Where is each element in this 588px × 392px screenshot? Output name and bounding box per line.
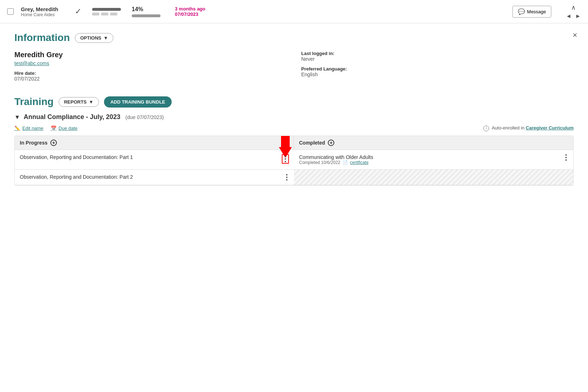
top-bar: Grey, Meredith Home Care Aides ✓ 14% 3 m… bbox=[0, 0, 588, 23]
edit-name-link[interactable]: ✏️ Edit name bbox=[14, 126, 44, 131]
auto-enrolled-text: Auto-enrolled in bbox=[492, 125, 524, 131]
kebab-wrapper-highlighted bbox=[282, 154, 289, 164]
options-button[interactable]: OPTIONS ▼ bbox=[75, 33, 113, 43]
user-full-name: Meredith Grey bbox=[14, 51, 287, 59]
info-section-title: Information bbox=[14, 32, 70, 44]
dash-2 bbox=[101, 13, 108, 15]
nav-arrows: ∧ ◄ ► bbox=[566, 4, 581, 19]
dot-c1 bbox=[565, 154, 567, 156]
options-label: OPTIONS bbox=[80, 35, 101, 41]
time-ago: 3 months ago bbox=[175, 6, 205, 12]
dash-1 bbox=[92, 13, 99, 15]
caregiver-curriculum-link[interactable]: Caregiver Curriculum bbox=[526, 125, 574, 131]
training-section-title: Training bbox=[14, 96, 54, 108]
training-section-header: Training REPORTS ▼ ADD TRAINING BUNDLE bbox=[14, 96, 574, 108]
dot-c3 bbox=[565, 159, 567, 161]
bundle-actions: ✏️ Edit name 📅 Due date i Auto-enrolled … bbox=[14, 125, 574, 131]
user-name: Grey, Meredith bbox=[21, 6, 64, 12]
last-logged-in-label: Last logged in: bbox=[301, 51, 574, 56]
bundle-name: Annual Compliance - July, 2023 bbox=[24, 113, 121, 121]
completed-cell-2-empty bbox=[294, 170, 573, 185]
main-content: × Information OPTIONS ▼ Meredith Grey te… bbox=[0, 23, 588, 194]
in-progress-item-1-title: Observation, Reporting and Documentation… bbox=[20, 154, 133, 160]
in-progress-column-header: In Progress + bbox=[15, 136, 294, 150]
nav-up-arrow[interactable]: ∧ bbox=[571, 4, 576, 12]
in-progress-add-button[interactable]: + bbox=[50, 140, 57, 146]
auto-enrolled-note: i Auto-enrolled in Caregiver Curriculum bbox=[483, 125, 574, 131]
last-logged-in-group: Last logged in: Never bbox=[301, 51, 574, 62]
due-date-link[interactable]: 📅 Due date bbox=[51, 126, 78, 131]
time-date: 07/07/2023 bbox=[175, 12, 205, 17]
message-button[interactable]: 💬 Message bbox=[512, 6, 552, 18]
info-circle-icon: i bbox=[483, 126, 489, 131]
completed-cell-1: Communicating with Older Adults Complete… bbox=[294, 150, 573, 170]
in-progress-cell-1: Observation, Reporting and Documentation… bbox=[15, 150, 294, 170]
bundle-header: ▼ Annual Compliance - July, 2023 (due 07… bbox=[14, 113, 574, 121]
edit-name-label: Edit name bbox=[22, 126, 44, 131]
completed-add-button[interactable]: + bbox=[328, 140, 334, 146]
in-progress-label: In Progress bbox=[20, 140, 48, 146]
completed-item-1-sub: Completed 10/6/2022 📄 certificate bbox=[299, 160, 373, 165]
completed-date-1: Completed 10/6/2022 bbox=[299, 160, 340, 165]
progress-percent-group: 14% bbox=[132, 6, 160, 17]
dot-c2 bbox=[565, 157, 567, 158]
hire-date-value: 07/07/2022 bbox=[14, 76, 287, 82]
due-date-label: Due date bbox=[59, 126, 78, 131]
preferred-language-label: Preferred Language: bbox=[301, 66, 574, 72]
dot-1 bbox=[285, 156, 286, 157]
reports-chevron-icon: ▼ bbox=[89, 99, 94, 105]
progress-bar-partial bbox=[132, 14, 160, 17]
completed-column-header: Completed + bbox=[294, 136, 573, 150]
check-mark: ✓ bbox=[75, 7, 81, 16]
preferred-language-value: English bbox=[301, 72, 574, 77]
nav-forward-arrow[interactable]: ► bbox=[575, 13, 581, 19]
in-progress-cell-2: Observation, Reporting and Documentation… bbox=[15, 170, 294, 185]
time-group: 3 months ago 07/07/2023 bbox=[175, 6, 205, 17]
certificate-doc-icon: 📄 bbox=[343, 160, 348, 165]
training-table: In Progress + Completed + Observation, R… bbox=[14, 136, 574, 186]
info-left: Meredith Grey test@abc.coms Hire date: 0… bbox=[14, 51, 287, 82]
reports-label: REPORTS bbox=[64, 99, 87, 105]
add-bundle-button[interactable]: ADD TRAINING BUNDLE bbox=[104, 96, 172, 108]
options-chevron-icon: ▼ bbox=[104, 35, 108, 41]
nav-lr: ◄ ► bbox=[566, 13, 581, 19]
kebab-menu-button-2[interactable] bbox=[285, 174, 289, 181]
message-label: Message bbox=[527, 9, 546, 14]
progress-percent: 14% bbox=[132, 6, 160, 13]
last-logged-in-value: Never bbox=[301, 56, 574, 62]
completed-label: Completed bbox=[299, 140, 325, 146]
add-bundle-label: ADD TRAINING BUNDLE bbox=[110, 99, 165, 105]
kebab-menu-button-completed-1[interactable] bbox=[564, 154, 568, 161]
dot-21 bbox=[286, 174, 288, 176]
nav-back-arrow[interactable]: ◄ bbox=[566, 13, 571, 19]
completed-item-1: Communicating with Older Adults Complete… bbox=[299, 154, 373, 165]
edit-icon: ✏️ bbox=[14, 126, 20, 131]
preferred-language-group: Preferred Language: English bbox=[301, 66, 574, 77]
select-checkbox[interactable] bbox=[7, 8, 14, 15]
progress-group bbox=[92, 8, 121, 15]
message-icon: 💬 bbox=[518, 8, 525, 15]
completed-item-1-title: Communicating with Older Adults bbox=[299, 154, 373, 160]
user-email[interactable]: test@abc.coms bbox=[14, 60, 287, 66]
arrow-shaft bbox=[281, 136, 290, 147]
user-name-group: Grey, Meredith Home Care Aides bbox=[21, 6, 64, 17]
reports-button[interactable]: REPORTS ▼ bbox=[59, 97, 99, 107]
calendar-icon: 📅 bbox=[51, 126, 56, 131]
bundle-chevron-icon[interactable]: ▼ bbox=[14, 114, 20, 120]
dot-3 bbox=[285, 161, 286, 162]
progress-bar-dashed bbox=[92, 13, 121, 15]
user-role: Home Care Aides bbox=[21, 12, 64, 17]
info-section-header: Information OPTIONS ▼ bbox=[14, 32, 574, 44]
dot-23 bbox=[286, 179, 288, 181]
progress-bar-filled bbox=[92, 8, 121, 11]
bundle-due: (due 07/07/2023) bbox=[126, 114, 164, 120]
certificate-link[interactable]: certificate bbox=[350, 160, 368, 165]
in-progress-item-2-title: Observation, Reporting and Documentation… bbox=[20, 174, 133, 180]
dash-3 bbox=[110, 13, 117, 15]
dot-22 bbox=[286, 177, 288, 178]
dot-2 bbox=[285, 158, 286, 160]
close-button[interactable]: × bbox=[573, 31, 577, 40]
hire-date-label: Hire date: bbox=[14, 70, 287, 76]
kebab-menu-button-1[interactable] bbox=[282, 154, 289, 164]
info-right: Last logged in: Never Preferred Language… bbox=[301, 51, 574, 82]
